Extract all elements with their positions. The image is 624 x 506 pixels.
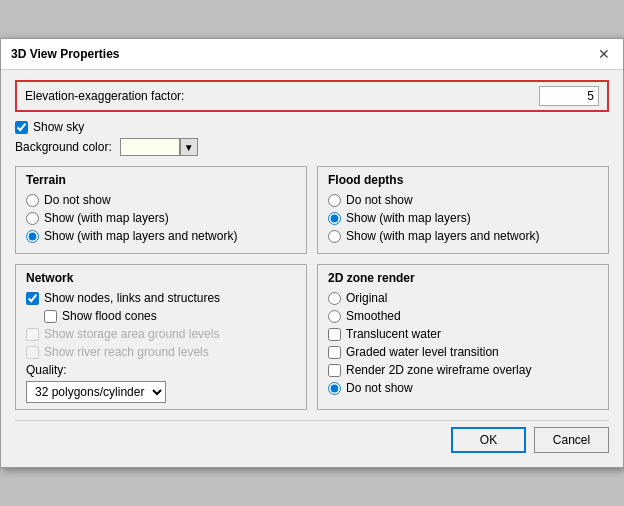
zone-smoothed-row: Smoothed <box>328 309 598 323</box>
zone-graded-row: Graded water level transition <box>328 345 598 359</box>
zone-render-title: 2D zone render <box>328 271 598 285</box>
show-river-label: Show river reach ground levels <box>44 345 209 359</box>
flood-depths-title: Flood depths <box>328 173 598 187</box>
flood-label-2: Show (with map layers) <box>346 211 471 225</box>
background-color-label: Background color: <box>15 140 112 154</box>
dialog-window: 3D View Properties ✕ Elevation-exaggerat… <box>0 38 624 468</box>
dialog-body: Elevation-exaggeration factor: Show sky … <box>1 70 623 467</box>
quality-select[interactable]: 32 polygons/cylinder <box>26 381 166 403</box>
flood-radio-1[interactable] <box>328 194 341 207</box>
flood-option-2: Show (with map layers) <box>328 211 598 225</box>
terrain-label-2: Show (with map layers) <box>44 211 169 225</box>
flood-radio-2[interactable] <box>328 212 341 225</box>
show-flood-cones-row: Show flood cones <box>26 309 296 323</box>
flood-label-3: Show (with map layers and network) <box>346 229 539 243</box>
terrain-label-1: Do not show <box>44 193 111 207</box>
elevation-input[interactable] <box>539 86 599 106</box>
zone-wireframe-label: Render 2D zone wireframe overlay <box>346 363 531 377</box>
show-storage-checkbox[interactable] <box>26 328 39 341</box>
zone-donotshow-row: Do not show <box>328 381 598 395</box>
zone-label-original: Original <box>346 291 387 305</box>
show-nodes-checkbox[interactable] <box>26 292 39 305</box>
flood-radio-3[interactable] <box>328 230 341 243</box>
show-nodes-label: Show nodes, links and structures <box>44 291 220 305</box>
zone-radio-original[interactable] <box>328 292 341 305</box>
flood-label-1: Do not show <box>346 193 413 207</box>
show-sky-label[interactable]: Show sky <box>15 120 84 134</box>
zone-radio-smoothed[interactable] <box>328 310 341 323</box>
zone-translucent-row: Translucent water <box>328 327 598 341</box>
color-select-wrapper[interactable]: ▼ <box>120 138 198 156</box>
quality-label: Quality: <box>26 363 67 377</box>
terrain-flood-row: Terrain Do not show Show (with map layer… <box>15 166 609 254</box>
terrain-option-1: Do not show <box>26 193 296 207</box>
title-bar: 3D View Properties ✕ <box>1 39 623 70</box>
flood-option-1: Do not show <box>328 193 598 207</box>
zone-radio-donotshow[interactable] <box>328 382 341 395</box>
show-sky-checkbox[interactable] <box>15 121 28 134</box>
elevation-row: Elevation-exaggeration factor: <box>15 80 609 112</box>
zone-graded-checkbox[interactable] <box>328 346 341 359</box>
flood-depths-section: Flood depths Do not show Show (with map … <box>317 166 609 254</box>
quality-select-wrapper: 32 polygons/cylinder <box>26 381 296 403</box>
dialog-title: 3D View Properties <box>11 47 120 61</box>
color-box <box>120 138 180 156</box>
zone-wireframe-row: Render 2D zone wireframe overlay <box>328 363 598 377</box>
show-sky-row: Show sky <box>15 120 609 134</box>
network-zone-row: Network Show nodes, links and structures… <box>15 264 609 410</box>
show-storage-row: Show storage area ground levels <box>26 327 296 341</box>
network-title: Network <box>26 271 296 285</box>
ok-button[interactable]: OK <box>451 427 526 453</box>
zone-label-donotshow: Do not show <box>346 381 413 395</box>
zone-graded-label: Graded water level transition <box>346 345 499 359</box>
terrain-radio-2[interactable] <box>26 212 39 225</box>
terrain-section: Terrain Do not show Show (with map layer… <box>15 166 307 254</box>
flood-option-3: Show (with map layers and network) <box>328 229 598 243</box>
background-color-row: Background color: ▼ <box>15 138 609 156</box>
zone-wireframe-checkbox[interactable] <box>328 364 341 377</box>
terrain-label-3: Show (with map layers and network) <box>44 229 237 243</box>
button-row: OK Cancel <box>15 420 609 457</box>
terrain-option-3: Show (with map layers and network) <box>26 229 296 243</box>
zone-original-row: Original <box>328 291 598 305</box>
color-dropdown-arrow[interactable]: ▼ <box>180 138 198 156</box>
show-river-row: Show river reach ground levels <box>26 345 296 359</box>
zone-label-smoothed: Smoothed <box>346 309 401 323</box>
terrain-title: Terrain <box>26 173 296 187</box>
show-sky-text: Show sky <box>33 120 84 134</box>
terrain-radio-3[interactable] <box>26 230 39 243</box>
elevation-label: Elevation-exaggeration factor: <box>25 89 539 103</box>
close-button[interactable]: ✕ <box>595 45 613 63</box>
show-flood-cones-checkbox[interactable] <box>44 310 57 323</box>
zone-translucent-checkbox[interactable] <box>328 328 341 341</box>
show-river-checkbox[interactable] <box>26 346 39 359</box>
show-flood-cones-label: Show flood cones <box>62 309 157 323</box>
network-section: Network Show nodes, links and structures… <box>15 264 307 410</box>
quality-row: Quality: <box>26 363 296 377</box>
show-nodes-row: Show nodes, links and structures <box>26 291 296 305</box>
show-storage-label: Show storage area ground levels <box>44 327 219 341</box>
cancel-button[interactable]: Cancel <box>534 427 609 453</box>
zone-render-section: 2D zone render Original Smoothed Translu… <box>317 264 609 410</box>
terrain-option-2: Show (with map layers) <box>26 211 296 225</box>
terrain-radio-1[interactable] <box>26 194 39 207</box>
zone-translucent-label: Translucent water <box>346 327 441 341</box>
